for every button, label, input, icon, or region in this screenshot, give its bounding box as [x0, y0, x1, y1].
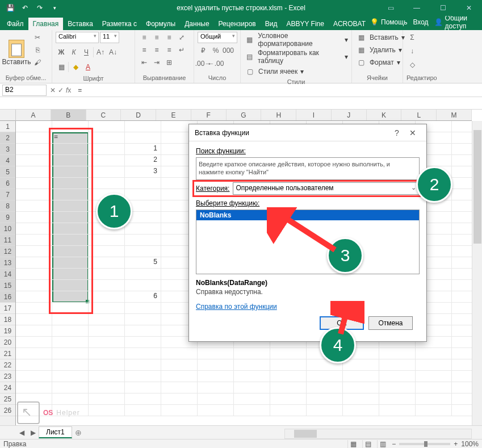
tab-home[interactable]: Главная	[28, 18, 64, 30]
cell[interactable]	[125, 348, 161, 359]
cell[interactable]	[16, 178, 52, 189]
cell[interactable]	[161, 393, 198, 405]
align-bottom-icon[interactable]: ≡	[164, 32, 175, 43]
cell[interactable]	[52, 269, 89, 280]
cell[interactable]	[198, 359, 234, 371]
autosum-icon[interactable]: Σ	[406, 32, 418, 43]
cell[interactable]	[125, 246, 161, 257]
row-header-9[interactable]: 9	[0, 212, 15, 223]
cell[interactable]	[52, 200, 89, 212]
col-header-D[interactable]: D	[121, 110, 156, 120]
col-header-E[interactable]: E	[156, 110, 191, 120]
cell[interactable]	[89, 337, 125, 348]
formula-input[interactable]: =	[74, 85, 482, 95]
cell[interactable]	[343, 371, 379, 382]
cell[interactable]	[125, 189, 161, 200]
cell[interactable]: 2	[125, 155, 161, 166]
row-header-4[interactable]: 4	[0, 155, 15, 166]
cell[interactable]	[270, 393, 307, 405]
dialog-close-icon[interactable]: ✕	[405, 125, 421, 141]
cell[interactable]	[343, 393, 379, 405]
cell[interactable]	[16, 144, 52, 155]
sheet-nav-prev-icon[interactable]: ◀	[16, 427, 27, 438]
cell[interactable]	[161, 382, 198, 393]
cell[interactable]	[16, 223, 52, 235]
row-header-20[interactable]: 20	[0, 337, 15, 348]
col-header-A[interactable]: A	[16, 110, 51, 120]
cell[interactable]: 3	[125, 166, 161, 178]
cell[interactable]	[307, 405, 343, 416]
cell[interactable]	[16, 359, 52, 371]
col-header-L[interactable]: L	[401, 110, 437, 120]
cell[interactable]	[379, 393, 416, 405]
horizontal-scrollbar[interactable]	[284, 429, 472, 439]
function-help-link[interactable]: Справка по этой функции	[196, 303, 277, 311]
tab-insert[interactable]: Вставка	[63, 18, 98, 30]
cell[interactable]	[416, 393, 452, 405]
cell[interactable]: 1	[125, 144, 161, 155]
cell[interactable]	[89, 405, 125, 416]
cell[interactable]	[416, 405, 452, 416]
grow-font-icon[interactable]: A↑	[95, 47, 106, 58]
cell[interactable]	[89, 178, 125, 189]
cell[interactable]	[52, 189, 89, 200]
cell[interactable]	[52, 257, 89, 269]
row-header-1[interactable]: 1	[0, 121, 15, 132]
cell[interactable]: 5	[125, 257, 161, 269]
cell[interactable]: 6	[125, 291, 161, 303]
zoom-slider[interactable]	[399, 443, 450, 445]
col-header-B[interactable]: B	[51, 110, 86, 120]
fill-icon[interactable]: ↓	[406, 45, 418, 57]
minimize-icon[interactable]: —	[404, 0, 430, 16]
conditional-formatting-button[interactable]: ▦Условное форматирование▾	[244, 32, 348, 48]
cell[interactable]	[16, 382, 52, 393]
cell[interactable]	[198, 382, 234, 393]
cell[interactable]	[343, 359, 379, 371]
tab-data[interactable]: Данные	[180, 18, 213, 30]
cell[interactable]	[125, 359, 161, 371]
increase-indent-icon[interactable]: ⇥	[151, 57, 162, 68]
delete-cells-button[interactable]: ▦Удалить▾	[355, 44, 405, 56]
row-header-8[interactable]: 8	[0, 200, 15, 212]
row-header-12[interactable]: 12	[0, 246, 15, 257]
row-header-25[interactable]: 25	[0, 393, 15, 405]
paste-button[interactable]: Вставить	[3, 32, 30, 73]
col-header-H[interactable]: H	[261, 110, 296, 120]
col-header-G[interactable]: G	[227, 110, 262, 120]
save-icon[interactable]: 💾	[3, 2, 17, 14]
align-middle-icon[interactable]: ≡	[151, 32, 162, 43]
cell[interactable]	[379, 359, 416, 371]
cell[interactable]	[234, 382, 270, 393]
cell[interactable]	[89, 280, 125, 291]
clear-icon[interactable]: ◇	[406, 59, 418, 70]
zoom-in-icon[interactable]: +	[454, 440, 458, 448]
cell[interactable]	[52, 223, 89, 235]
cell[interactable]	[52, 155, 89, 166]
cell[interactable]	[52, 166, 89, 178]
cell[interactable]	[52, 359, 89, 371]
zoom-level[interactable]: 100%	[461, 440, 479, 448]
cell[interactable]	[416, 359, 452, 371]
align-center-icon[interactable]: ≡	[151, 44, 162, 56]
cell[interactable]	[416, 348, 452, 359]
underline-icon[interactable]: Ч	[81, 47, 92, 58]
comma-icon[interactable]: 000	[223, 45, 234, 56]
cell[interactable]	[16, 235, 52, 246]
row-header-16[interactable]: 16	[0, 291, 15, 303]
tab-file[interactable]: Файл	[2, 18, 28, 30]
accept-formula-icon[interactable]: ✓	[58, 86, 64, 94]
cell[interactable]	[16, 132, 52, 144]
cell[interactable]	[125, 178, 161, 189]
cut-icon[interactable]: ✂	[32, 32, 43, 43]
col-header-K[interactable]: K	[367, 110, 402, 120]
vertical-scrollbar[interactable]	[472, 121, 482, 428]
cell[interactable]	[379, 371, 416, 382]
cell[interactable]	[16, 303, 52, 314]
cell[interactable]	[125, 382, 161, 393]
cell[interactable]	[52, 325, 89, 337]
cell[interactable]	[52, 303, 89, 314]
cell[interactable]	[89, 325, 125, 337]
cell[interactable]	[234, 405, 270, 416]
cell[interactable]	[52, 144, 89, 155]
align-right-icon[interactable]: ≡	[164, 44, 175, 56]
